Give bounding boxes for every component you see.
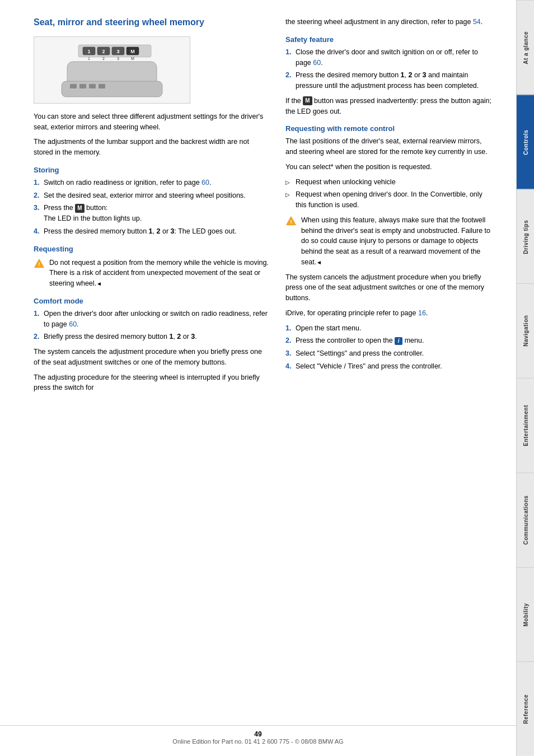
section-title: Seat, mirror and steering wheel memory (34, 17, 269, 29)
svg-text:!: ! (38, 262, 40, 267)
sidebar-tab-controls[interactable]: Controls (517, 95, 534, 189)
intro-text-1: You can store and select three different… (34, 111, 269, 133)
warning-icon: ! (34, 258, 45, 269)
remote-warning-box: ! When using this feature, always make s… (285, 215, 493, 268)
svg-rect-18 (99, 84, 105, 88)
requesting-title: Requesting (34, 245, 269, 253)
sidebar-tabs: At a glance Controls Driving tips Naviga… (516, 0, 534, 756)
list-item: 1. Open the start menu. (285, 323, 493, 334)
svg-rect-15 (70, 84, 77, 88)
seat-illustration: 1 2 3 M 1 2 3 M (39, 42, 185, 98)
remote-control-section: Requesting with remote control The last … (285, 124, 493, 371)
svg-text:1: 1 (88, 57, 90, 60)
svg-text:M: M (130, 49, 135, 54)
main-content: Seat, mirror and steering wheel memory 1… (0, 0, 515, 756)
list-item: 4. Press the desired memory button 1, 2 … (34, 226, 269, 237)
footer-text: Online Edition for Part no. 01 41 2 600 … (172, 738, 343, 745)
sidebar-tab-mobility[interactable]: Mobility (517, 567, 534, 662)
requesting-section: Requesting ! Do not request a position f… (34, 245, 269, 289)
comfort-mode-steps: 1. Open the driver's door after unlockin… (34, 309, 269, 342)
list-item: 3. Press the M button: The LED in the bu… (34, 203, 269, 224)
list-item: Request when opening driver's door. In t… (285, 189, 493, 211)
safety-note: If the M button was pressed inadvertentl… (285, 96, 493, 117)
list-item: 2. Briefly press the desired memory butt… (34, 332, 269, 342)
list-item: 3. Select "Settings" and press the contr… (285, 348, 493, 359)
remote-intro2: You can select* when the position is req… (285, 162, 493, 172)
svg-text:2: 2 (102, 57, 105, 60)
list-item: 2. Press the desired memory button 1, 2 … (285, 70, 493, 91)
svg-text:!: ! (290, 219, 292, 225)
idrive-steps: 1. Open the start menu. 2. Press the con… (285, 323, 493, 372)
remote-control-title: Requesting with remote control (285, 124, 493, 133)
page-link-60c[interactable]: 60 (313, 59, 321, 67)
sidebar-tab-reference[interactable]: Reference (517, 661, 534, 756)
storing-steps: 1. Switch on radio readiness or ignition… (34, 178, 269, 237)
storing-title: Storing (34, 166, 269, 174)
page-link-16[interactable]: 16 (418, 309, 426, 317)
requesting-warning-text: Do not request a position from the memor… (49, 258, 269, 289)
svg-text:3: 3 (116, 49, 119, 54)
page-link-54[interactable]: 54 (473, 18, 481, 26)
safety-steps: 1. Close the driver's door and switch ig… (285, 47, 493, 91)
storing-section: Storing 1. Switch on radio readiness or … (34, 166, 269, 237)
sidebar-tab-communications[interactable]: Communications (517, 473, 534, 567)
list-item: 1. Open the driver's door after unlockin… (34, 309, 269, 330)
m-button-icon2: M (303, 96, 312, 105)
left-column: Seat, mirror and steering wheel memory 1… (34, 17, 269, 734)
intro-text-2: The adjustments of the lumbar support an… (34, 137, 269, 158)
list-item: 4. Select "Vehicle / Tires" and press th… (285, 361, 493, 372)
remote-cancel-note: The system cancels the adjustment proced… (285, 272, 493, 304)
list-item: Request when unlocking vehicle (285, 177, 493, 188)
list-item: 1. Switch on radio readiness or ignition… (34, 178, 269, 188)
list-item: 2. Set the desired seat, exterior mirror… (34, 190, 269, 201)
requesting-warning-box: ! Do not request a position from the mem… (34, 258, 269, 289)
remote-intro1: The last positions of the driver's seat,… (285, 136, 493, 157)
comfort-note1: The system cancels the adjustment proced… (34, 347, 269, 368)
remote-warning-text: When using this feature, always make sur… (301, 215, 493, 268)
list-item: 2. Press the controller to open the i me… (285, 335, 493, 346)
m-button-icon: M (75, 204, 84, 213)
idrive-note: iDrive, for operating principle refer to… (285, 308, 493, 319)
warning-triangle-icon: ! (285, 216, 297, 227)
comfort-mode-section: Comfort mode 1. Open the driver's door a… (34, 297, 269, 393)
page-footer: 49 Online Edition for Part no. 01 41 2 6… (0, 725, 516, 745)
sidebar-tab-navigation[interactable]: Navigation (517, 283, 534, 378)
safety-feature-section: Safety feature 1. Close the driver's doo… (285, 35, 493, 117)
svg-text:3: 3 (117, 57, 119, 60)
right-column: the steering wheel adjustment in any dir… (285, 17, 493, 734)
safety-feature-title: Safety feature (285, 35, 493, 44)
i-menu-icon: i (395, 337, 402, 345)
comfort-mode-title: Comfort mode (34, 297, 269, 305)
svg-rect-14 (62, 81, 162, 97)
remote-bullets: Request when unlocking vehicle Request w… (285, 177, 493, 211)
sidebar-tab-driving-tips[interactable]: Driving tips (517, 189, 534, 284)
page-wrapper: Seat, mirror and steering wheel memory 1… (0, 0, 534, 756)
svg-rect-17 (89, 84, 96, 88)
seat-image: 1 2 3 M 1 2 3 M (34, 36, 190, 104)
svg-rect-16 (79, 84, 86, 88)
svg-text:1: 1 (87, 49, 90, 54)
svg-text:2: 2 (102, 49, 105, 54)
right-intro: the steering wheel adjustment in any dir… (285, 17, 493, 27)
page-link-60a[interactable]: 60 (202, 179, 209, 186)
sidebar-tab-entertainment[interactable]: Entertainment (517, 378, 534, 473)
page-number: 49 (254, 730, 261, 738)
svg-text:M: M (131, 57, 134, 60)
list-item: 1. Close the driver's door and switch ig… (285, 47, 493, 68)
page-link-60b[interactable]: 60 (69, 320, 77, 328)
sidebar-tab-at-a-glance[interactable]: At a glance (517, 0, 534, 95)
comfort-note2: The adjusting procedure for the steering… (34, 372, 269, 394)
